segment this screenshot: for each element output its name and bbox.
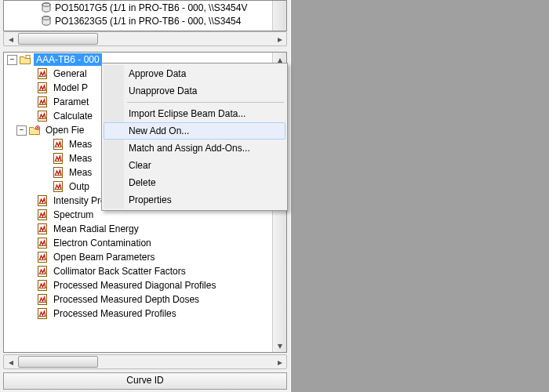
horizontal-scrollbar[interactable]: ◂ ▸: [3, 31, 287, 46]
context-menu: Approve DataUnapprove DataImport Eclipse…: [101, 63, 288, 211]
list-item-label: PO15017G5 (1/1 in PRO-TB6 - 000, \\S3454…: [55, 2, 247, 13]
rootfolder-icon: [19, 53, 31, 66]
folder-icon: [28, 124, 41, 136]
menu-item[interactable]: New Add On...: [104, 122, 285, 140]
menu-item[interactable]: Approve Data: [104, 65, 285, 82]
doc-icon: [36, 223, 49, 235]
vertical-scrollbar[interactable]: [272, 1, 286, 31]
expander-icon[interactable]: −: [7, 55, 17, 65]
menu-item[interactable]: Clear: [104, 157, 285, 174]
doc-icon: [36, 307, 49, 320]
scroll-left-icon[interactable]: ◂: [4, 355, 17, 368]
doc-icon: [36, 209, 49, 221]
tree-item-label: Outp: [67, 180, 92, 193]
tree-item-label: Mean Radial Energy: [51, 223, 141, 235]
curve-id-label: Curve ID: [126, 375, 163, 386]
tree-item[interactable]: Processed Measured Profiles: [4, 307, 273, 321]
doc-icon: [52, 180, 64, 193]
tree-item-label: Paramet: [51, 96, 91, 108]
list-item[interactable]: PO13623G5 (1/1 in PRO-TB6 - 000, \\S3454: [4, 14, 286, 27]
tree-item[interactable]: Mean Radial Energy: [4, 222, 273, 236]
doc-icon: [36, 67, 49, 80]
top-list-pane: PO15017G5 (1/1 in PRO-TB6 - 000, \\S3454…: [3, 0, 287, 31]
tree-item-label: Collimator Back Scatter Factors: [51, 265, 188, 278]
tree-item-label: Spectrum: [51, 209, 96, 221]
doc-icon: [36, 237, 49, 249]
curve-id-header[interactable]: Curve ID: [3, 372, 287, 390]
tree-item-label: Processed Measured Profiles: [51, 307, 179, 320]
tree-item-label: Processed Measured Depth Doses: [51, 293, 202, 306]
scroll-right-icon[interactable]: ▸: [273, 355, 286, 368]
tree-item[interactable]: Open Beam Parameters: [4, 250, 273, 264]
menu-item[interactable]: Delete: [104, 174, 285, 191]
doc-icon: [36, 265, 49, 278]
tree-item[interactable]: Processed Measured Diagonal Profiles: [4, 278, 273, 292]
tree-item-label: General: [51, 67, 89, 80]
horizontal-scrollbar[interactable]: ◂ ▸: [3, 354, 287, 369]
tree-item-label: Processed Measured Diagonal Profiles: [51, 279, 218, 292]
scroll-left-icon[interactable]: ◂: [4, 32, 17, 45]
doc-icon: [36, 82, 49, 94]
tree-item-label: Meas: [67, 152, 94, 165]
doc-icon: [36, 251, 49, 263]
doc-icon: [52, 152, 64, 165]
tree-item-label: Calculate: [51, 110, 95, 122]
expander-icon[interactable]: −: [16, 125, 27, 136]
doc-icon: [36, 293, 49, 306]
tree-item-label: Open Beam Parameters: [51, 251, 157, 263]
list-item[interactable]: PO15017G5 (1/1 in PRO-TB6 - 000, \\S3454…: [4, 1, 286, 14]
doc-icon: [36, 279, 49, 292]
tree-item[interactable]: Processed Measured Depth Doses: [4, 292, 273, 307]
db-icon: [40, 15, 53, 27]
doc-icon: [36, 110, 49, 122]
scroll-down-icon[interactable]: ▾: [273, 339, 286, 352]
scrollbar-thumb[interactable]: [18, 33, 98, 45]
tree-item-label: Model P: [51, 82, 90, 94]
tree-item-label: Meas: [67, 138, 94, 151]
menu-item[interactable]: Properties: [104, 191, 285, 209]
doc-icon: [36, 96, 49, 108]
menu-item[interactable]: Import Eclipse Beam Data...: [104, 105, 285, 122]
menu-item[interactable]: Unapprove Data: [104, 82, 285, 100]
content-area: [290, 0, 549, 392]
doc-icon: [36, 194, 49, 207]
tree-item[interactable]: Electron Contamination: [4, 236, 273, 250]
doc-icon: [52, 138, 64, 151]
tree-item[interactable]: Collimator Back Scatter Factors: [4, 264, 273, 278]
tree-item-label: Meas: [67, 166, 94, 179]
scroll-right-icon[interactable]: ▸: [273, 32, 286, 45]
scrollbar-thumb[interactable]: [18, 356, 98, 368]
doc-icon: [52, 166, 64, 179]
tree-item-label: Open Fie: [43, 124, 86, 136]
menu-separator: [127, 102, 284, 103]
tree-item-label: Electron Contamination: [51, 237, 154, 249]
menu-item[interactable]: Match and Assign Add-Ons...: [104, 140, 285, 157]
tree-item-label: AAA-TB6 - 000: [34, 53, 102, 66]
list-item-label: PO13623G5 (1/1 in PRO-TB6 - 000, \\S3454: [55, 16, 241, 27]
db-icon: [40, 2, 53, 14]
